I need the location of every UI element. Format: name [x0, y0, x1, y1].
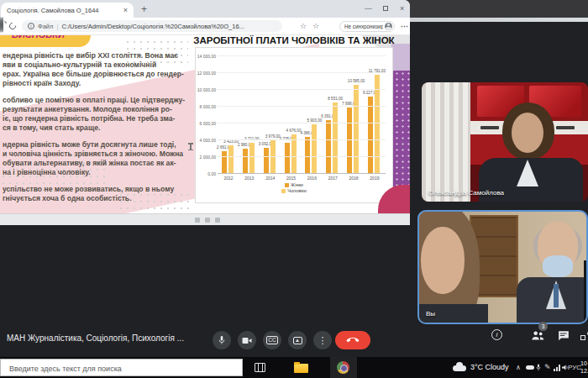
more-options-button[interactable]: ⋮ [313, 331, 332, 349]
chart-bar [243, 149, 248, 174]
chart-x-tick: 2014 [262, 176, 279, 181]
chart-y-tick: 12 000,00 [196, 71, 216, 76]
chart-x-tick: 2015 [283, 176, 300, 181]
shared-screen-window: Соціологія. Самойлова О_1644 × + — × i Ф… [0, 0, 410, 225]
chart-legend-entry: Чоловіки [196, 188, 392, 194]
chart-value-label: 8 551,00 [328, 97, 343, 101]
tab-close-icon[interactable]: × [123, 6, 128, 14]
chart-bar [270, 140, 276, 174]
chart-y-tick: 0,00 [196, 171, 216, 176]
file-explorer-icon[interactable] [294, 364, 308, 373]
close-icon[interactable]: × [400, 3, 404, 14]
weather-widget[interactable]: 3°C Cloudy [470, 363, 509, 371]
chart-y-tick: 8 000,00 [196, 104, 216, 109]
file-path: C:/Users/Admin/Desktop/Соціологія.%20Сам… [61, 23, 244, 30]
star-icon[interactable]: ☆ [312, 22, 319, 31]
maximize-icon[interactable] [383, 6, 388, 11]
chart-bar [326, 120, 331, 174]
captions-button[interactable]: CC [263, 331, 281, 349]
presentation-slide: ВИСНОВКИ ендерна рівність це вибір XXI с… [0, 35, 410, 213]
star-icon[interactable]: ☆ [300, 22, 307, 31]
curtain [422, 82, 470, 202]
chart-plot-area: 2 661,003 423,002 980,003 711,003 092,00… [218, 56, 386, 174]
windows-taskbar: 3°C Cloudy ∧ ✎ РУС 10 12.0 [0, 357, 588, 378]
slide-paragraph: ендерна рівність це вибір XXI століття. … [3, 51, 194, 88]
shared-screen-taskbar [0, 213, 410, 225]
chart-bar [368, 97, 373, 174]
info-icon: i [28, 23, 34, 29]
slide-paragraph: ндерна рівність може бути досягнута лише… [3, 140, 194, 177]
chart-bar [228, 145, 234, 174]
minimize-icon[interactable]: — [365, 3, 372, 14]
chart-bar [354, 85, 359, 174]
new-tab-button[interactable]: + [141, 3, 147, 15]
more-options-icon[interactable]: ⋯ [401, 22, 408, 31]
chart-gridline [218, 123, 386, 123]
chart-title: ЗАРОБІТНОЇ ПЛАТИ ЧОЛОВІКІВ ТА ЖІНОК [192, 35, 396, 45]
activities-button[interactable] [580, 331, 588, 342]
present-icon: ▲ [293, 337, 302, 344]
text-cursor [190, 143, 192, 150]
chart-legend: ЖінкиЧоловіки [196, 182, 392, 194]
chart-x-tick: 2013 [241, 176, 258, 181]
chart-x-tick: 2012 [220, 176, 237, 181]
meeting-title: МАН Журналістика, Соціологія, Психологія… [7, 333, 184, 343]
chart-y-tick: 14 000,00 [196, 54, 216, 59]
search-input[interactable] [1, 361, 242, 377]
chart-bar [312, 124, 317, 174]
chart-bar [347, 108, 352, 174]
slide-paragraph: собливо це помітно в оплаті праці. Це пі… [3, 96, 194, 133]
sync-status-button[interactable]: Не синхронизируется [339, 21, 395, 32]
self-name-label: Вы [426, 310, 435, 318]
shared-browser-toolbar: i Файл | C:/Users/Admin/Desktop/Соціолог… [0, 18, 410, 35]
clock[interactable]: 10 12.0 [580, 360, 588, 375]
end-call-button[interactable] [335, 331, 370, 349]
face-mask [543, 255, 573, 277]
chart-gridline [218, 89, 386, 90]
chart-gridline [218, 106, 386, 107]
screen: МАН Журналістика ● × + — ⌂ meet.google.c… [0, 0, 588, 378]
chart-y-tick: 6 000,00 [196, 121, 216, 126]
slide-paragraph: успільство не може розвиватись, якщо в н… [3, 185, 194, 203]
tray-chevron-icon[interactable]: ∧ [516, 363, 521, 372]
chart-bar [222, 151, 227, 174]
shared-browser-tab[interactable]: Соціологія. Самойлова О_1644 × [1, 3, 134, 18]
globe-icon[interactable] [2, 17, 3, 33]
chart-value-label: 10 585,00 [348, 79, 365, 83]
shared-address-bar[interactable]: i Файл | C:/Users/Admin/Desktop/Соціолог… [22, 20, 282, 32]
pen-icon[interactable]: ✎ [544, 363, 551, 372]
chart-bar [264, 148, 269, 174]
chrome-icon[interactable] [337, 361, 349, 374]
taskbar-search-box[interactable] [0, 359, 243, 376]
present-screen-button[interactable]: ▲ [288, 331, 307, 349]
chart-gridline [218, 72, 386, 73]
chat-button[interactable] [558, 330, 570, 341]
meeting-info-button[interactable]: i [491, 329, 502, 340]
task-view-icon[interactable] [255, 363, 265, 372]
participant-video-tile[interactable]: Олександра Самойлова [422, 82, 588, 202]
language-indicator[interactable]: РУС [568, 363, 581, 372]
chart-value-label: 3 979,00 [265, 134, 281, 139]
chart-legend-entry: Жінки [196, 182, 392, 188]
chart-bar [249, 143, 255, 174]
chart-value-label: 4 676,00 [286, 129, 302, 133]
bar-chart: 2 661,003 423,002 980,003 711,003 092,00… [195, 47, 393, 203]
self-video-tile[interactable]: Вы [417, 210, 588, 324]
chart-bar [333, 102, 338, 175]
chart-gridline [218, 173, 386, 174]
reload-icon[interactable] [8, 21, 17, 30]
microphone-button[interactable] [213, 331, 231, 349]
chart-x-tick: 2017 [324, 176, 341, 181]
tray-microphone-icon[interactable] [536, 364, 541, 371]
network-icon[interactable] [554, 365, 560, 371]
camera-button[interactable] [238, 331, 256, 349]
chart-x-tick: 2018 [345, 176, 362, 181]
chart-x-tick: 2019 [366, 176, 383, 181]
shared-tab-bar: Соціологія. Самойлова О_1644 × + — × [0, 0, 410, 18]
onedrive-icon[interactable] [526, 365, 534, 370]
chart-gridline [218, 139, 386, 140]
slide-section-badge: ВИСНОВКИ [0, 35, 91, 47]
participants-button[interactable] [531, 330, 545, 341]
chart-gridline [218, 156, 386, 157]
chart-bar [285, 143, 290, 174]
